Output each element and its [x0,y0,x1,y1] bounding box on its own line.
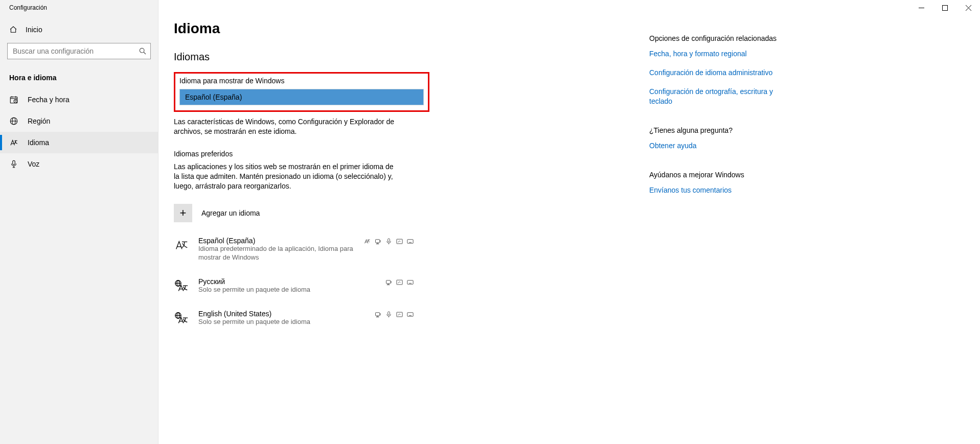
language-foreign-icon [174,311,189,326]
display-language-label: Idioma para mostrar de Windows [179,77,424,85]
svg-rect-15 [942,5,947,10]
svg-rect-42 [407,281,413,285]
sidebar-home-label: Inicio [26,26,42,34]
sidebar-item-label: Voz [28,160,39,168]
language-subtitle: Solo se permite un paquete de idioma [198,318,365,326]
language-capabilities [374,311,414,318]
language-subtitle: Idioma predeterminado de la aplicación, … [198,245,354,262]
language-item[interactable]: English (United States)Solo se permite u… [174,306,414,338]
preferred-languages-title: Idiomas preferidos [174,150,634,158]
sidebar-item-region[interactable]: Región [0,110,158,132]
svg-rect-27 [407,240,413,244]
section-languages-title: Idiomas [174,51,634,63]
keyboard-icon [406,311,414,318]
microphone-icon [9,159,18,169]
language-name: Español (España) [198,237,354,245]
language-name: Русский [198,277,376,286]
app-title: Configuración [0,2,158,20]
page-title: Idioma [174,20,634,37]
svg-rect-56 [388,312,390,315]
related-rail: Opciones de configuración relacionadas F… [649,0,803,444]
add-language-label: Agregar un idioma [201,209,260,217]
language-subtitle: Solo se permite un paquete de idioma [198,286,376,294]
language-icon [9,138,18,147]
display-language-desc: Las características de Windows, como Con… [174,117,399,136]
svg-rect-52 [376,313,380,316]
language-name: English (United States) [198,310,365,318]
window-controls [909,0,980,15]
keyboard-icon [406,278,414,286]
language-item[interactable]: Español (España)Idioma predeterminado de… [174,232,414,273]
svg-rect-26 [397,240,402,244]
language-foreign-icon [174,278,189,294]
maximize-button[interactable] [933,0,956,15]
display-language-highlight: Idioma para mostrar de Windows Español (… [174,72,429,112]
plus-icon: + [174,204,192,222]
svg-rect-20 [376,240,380,243]
svg-rect-11 [13,160,15,165]
rail-feedback-title: Ayúdanos a mejorar Windows [649,170,792,179]
tts-icon [385,278,393,286]
sidebar-item-label: Idioma [28,138,49,147]
svg-rect-59 [407,313,413,317]
search-input[interactable] [7,43,151,59]
add-language-button[interactable]: + Agregar un idioma [174,204,260,222]
language-item[interactable]: РусскийSolo se permite un paquete de idi… [174,273,414,306]
svg-rect-37 [386,281,391,284]
handwriting-icon [396,238,403,245]
svg-rect-58 [397,312,402,317]
language-capabilities [385,278,414,286]
calendar-clock-icon [9,95,18,104]
speech-icon [385,238,393,245]
sidebar-item-datetime[interactable]: Fecha y hora [0,89,158,110]
tts-icon [374,311,382,318]
minimize-button[interactable] [909,0,933,15]
search-icon [139,47,147,55]
sidebar: Configuración Inicio Hora e idioma Fecha… [0,0,158,444]
sidebar-item-voice[interactable]: Voz [0,153,158,175]
language-capabilities [363,238,414,245]
svg-point-0 [140,48,144,53]
tts-icon [374,238,382,245]
svg-rect-2 [10,97,17,103]
sidebar-category: Hora e idioma [0,68,158,89]
sidebar-item-label: Fecha y hora [28,96,70,104]
close-button[interactable] [956,0,980,15]
display-icon [363,238,371,245]
rail-related-title: Opciones de configuración relacionadas [649,34,792,43]
rail-help-title: ¿Tienes alguna pregunta? [649,126,792,135]
svg-rect-24 [388,239,390,242]
rail-link-send-feedback[interactable]: Envíanos tus comentarios [649,185,792,195]
main: Idioma Idiomas Idioma para mostrar de Wi… [158,0,980,444]
globe-icon [9,116,18,126]
rail-link-get-help[interactable]: Obtener ayuda [649,141,792,151]
handwriting-icon [396,311,403,318]
rail-link-date-format[interactable]: Fecha, hora y formato regional [649,49,792,59]
sidebar-item-language[interactable]: Idioma [0,132,158,153]
svg-line-1 [144,52,146,54]
sidebar-item-label: Región [28,117,50,125]
speech-icon [385,311,393,318]
home-icon [9,26,17,34]
display-language-dropdown[interactable]: Español (España) [179,89,424,105]
rail-link-spelling-keyboard[interactable]: Configuración de ortografía, escritura y… [649,87,792,106]
handwriting-icon [396,278,403,286]
preferred-languages-desc: Las aplicaciones y los sitios web se mos… [174,162,399,191]
keyboard-icon [406,238,414,245]
language-local-icon [174,238,189,253]
svg-rect-41 [397,280,402,285]
rail-link-admin-language[interactable]: Configuración de idioma administrativo [649,68,792,78]
sidebar-home[interactable]: Inicio [0,20,158,39]
